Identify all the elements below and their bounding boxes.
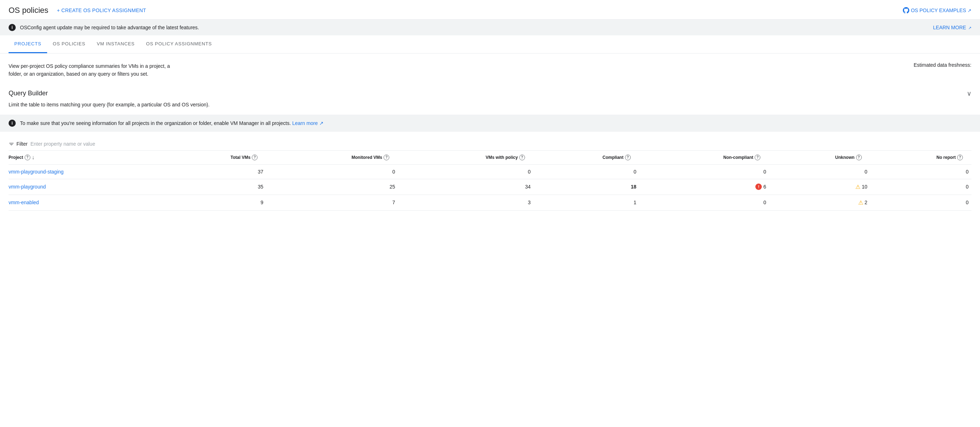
info-icon-1: i [9,24,16,31]
table-row: vmm-playground35253418! 6⚠ 100 [9,179,971,195]
td-unknown: 0 [769,164,870,179]
td-no-report: 0 [870,195,971,210]
td-non-compliant: 0 [639,164,769,179]
learn-more-link-1[interactable]: LEARN MORE ↗ [933,25,971,30]
filter-icon [9,141,14,147]
error-dot-icon: ! [756,184,762,190]
td-non-compliant: 0 [639,195,769,210]
tabs-container: PROJECTS OS POLICIES VM INSTANCES OS POL… [0,35,980,54]
projects-table: Project ? ↓ Total VMs ? Monitored VMs ? [9,151,971,211]
warn-triangle-icon: ⚠ [855,184,861,190]
table-row: vmm-enabled97310⚠ 20 [9,195,971,210]
learn-more-link-2[interactable]: Learn more ↗ [292,120,323,126]
create-os-policy-link[interactable]: + CREATE OS POLICY ASSIGNMENT [57,8,146,13]
th-project: Project ? ↓ [9,151,163,165]
help-icon-non-compliant[interactable]: ? [755,155,760,160]
page-header: OS policies + CREATE OS POLICY ASSIGNMEN… [0,0,980,20]
td-compliant: 0 [534,164,639,179]
td-unknown: ⚠ 2 [769,195,870,210]
td-non-compliant: ! 6 [639,179,769,195]
td-vms-with-policy: 0 [398,164,534,179]
project-link[interactable]: vmm-enabled [9,200,39,205]
th-no-report: No report ? [870,151,971,165]
help-icon-total-vms[interactable]: ? [252,155,258,160]
td-vms-with-policy: 34 [398,179,534,195]
td-project: vmm-playground-staging [9,164,163,179]
description-row: View per-project OS policy compliance su… [9,62,971,78]
th-compliant: Compliant ? [534,151,639,165]
filter-bar: Filter Enter property name or value [9,138,971,151]
td-no-report: 0 [870,179,971,195]
td-unknown: ⚠ 10 [769,179,870,195]
info-icon-2: i [9,120,16,127]
table-body: vmm-playground-staging37000000vmm-playgr… [9,164,971,210]
td-total-vms: 35 [163,179,266,195]
filter-icon-label: Filter [9,141,27,147]
help-icon-no-report[interactable]: ? [957,155,963,160]
query-builder-desc: Limit the table to items matching your q… [9,102,971,108]
help-icon-project[interactable]: ? [25,155,30,160]
td-total-vms: 37 [163,164,266,179]
os-policy-examples-link[interactable]: OS POLICY EXAMPLES ↗ [903,7,971,14]
external-icon-small: ↗ [968,26,971,30]
info-banner-1: i OSConfig agent update may be required … [0,20,980,35]
table-row: vmm-playground-staging37000000 [9,164,971,179]
query-builder-header[interactable]: Query Builder ∨ [9,87,971,100]
data-freshness-label: Estimated data freshness: [913,62,971,68]
project-link[interactable]: vmm-playground-staging [9,169,64,175]
td-compliant: 1 [534,195,639,210]
tabs: PROJECTS OS POLICIES VM INSTANCES OS POL… [9,35,971,53]
td-monitored-vms: 0 [266,164,398,179]
tab-vm-instances[interactable]: VM INSTANCES [91,35,140,53]
chevron-down-icon: ∨ [967,90,971,97]
query-builder: Query Builder ∨ Limit the table to items… [9,87,971,108]
th-vms-with-policy: VMs with policy ? [398,151,534,165]
help-icon-monitored-vms[interactable]: ? [383,155,389,160]
github-icon [903,7,909,14]
table-header: Project ? ↓ Total VMs ? Monitored VMs ? [9,151,971,165]
table-header-row: Project ? ↓ Total VMs ? Monitored VMs ? [9,151,971,165]
filter-label: Filter [16,141,27,147]
external-icon: ↗ [967,8,971,13]
description-text: View per-project OS policy compliance su… [9,62,180,78]
th-non-compliant: Non-compliant ? [639,151,769,165]
sort-icon-project[interactable]: ↓ [32,154,35,161]
header-left: OS policies + CREATE OS POLICY ASSIGNMEN… [9,6,146,15]
th-monitored-vms: Monitored VMs ? [266,151,398,165]
td-no-report: 0 [870,164,971,179]
tab-projects[interactable]: PROJECTS [9,35,47,53]
tab-os-policies[interactable]: OS POLICIES [47,35,91,53]
project-link[interactable]: vmm-playground [9,184,46,190]
td-monitored-vms: 25 [266,179,398,195]
th-total-vms: Total VMs ? [163,151,266,165]
td-monitored-vms: 7 [266,195,398,210]
help-icon-unknown[interactable]: ? [856,155,862,160]
warn-badge: ⚠ 10 [855,184,867,190]
td-total-vms: 9 [163,195,266,210]
page-title: OS policies [9,6,48,15]
filter-input[interactable]: Enter property name or value [30,141,95,147]
td-project: vmm-enabled [9,195,163,210]
td-vms-with-policy: 3 [398,195,534,210]
help-icon-vms-with-policy[interactable]: ? [519,155,525,160]
tab-os-policy-assignments[interactable]: OS POLICY ASSIGNMENTS [140,35,218,53]
help-icon-compliant[interactable]: ? [625,155,631,160]
error-badge: ! 6 [756,184,766,190]
td-project: vmm-playground [9,179,163,195]
th-unknown: Unknown ? [769,151,870,165]
info-banner-2-text: To make sure that you're seeing informat… [20,120,324,126]
warn-triangle-icon: ⚠ [858,199,863,206]
td-compliant: 18 [534,179,639,195]
main-content: View per-project OS policy compliance su… [0,54,980,211]
info-banner-text: OSConfig agent update may be required to… [20,25,199,30]
info-banner-left: i OSConfig agent update may be required … [9,24,199,31]
warn-badge: ⚠ 2 [858,199,867,206]
query-builder-title: Query Builder [9,90,48,97]
info-banner-2: i To make sure that you're seeing inform… [0,114,980,132]
